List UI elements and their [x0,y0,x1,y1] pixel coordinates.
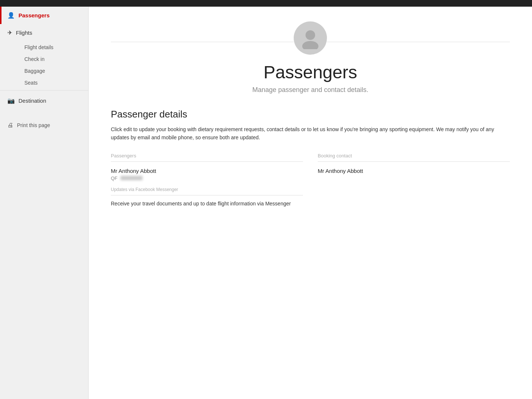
hero-line-left [111,42,294,42]
flights-submenu: Flight details Check in Baggage Seats [0,41,88,89]
svg-point-1 [302,41,318,49]
flight-details-label: Flight details [24,44,54,50]
booking-contact-name: Mr Anthony Abbott [318,168,510,174]
sidebar-item-passengers-label: Passengers [18,12,50,18]
ff-prefix: QF [111,175,117,181]
sidebar-item-baggage[interactable]: Baggage [17,65,88,77]
layout: 👤 Passengers ✈ Flights Flight details Ch… [0,7,532,399]
sidebar-item-check-in[interactable]: Check in [17,53,88,65]
hero-section: Passengers Manage passenger and contact … [111,21,510,94]
flights-icon: ✈ [7,29,12,36]
section-title: Passenger details [111,109,510,120]
svg-point-0 [306,30,315,40]
main-content: Passengers Manage passenger and contact … [89,7,532,399]
booking-contact-label: Booking contact [318,153,510,162]
sidebar-item-flights-label: Flights [16,30,32,36]
avatar [294,21,327,55]
passengers-icon: 👤 [7,12,15,19]
seats-label: Seats [24,80,38,86]
page-title: Passengers [263,62,357,82]
sidebar-divider [0,90,88,91]
passengers-column: Passengers Mr Anthony Abbott QF Updates … [111,153,303,208]
sidebar-item-seats[interactable]: Seats [17,77,88,89]
check-in-label: Check in [24,56,44,62]
booking-contact-column: Booking contact Mr Anthony Abbott [318,153,510,208]
passenger-ff: QF [111,175,303,181]
sidebar-item-flights[interactable]: ✈ Flights [0,24,88,41]
page-subtitle: Manage passenger and contact details. [252,86,368,94]
fb-section-label: Updates via Facebook Messenger [111,187,303,195]
baggage-label: Baggage [24,68,45,74]
sidebar-item-passengers[interactable]: 👤 Passengers [0,7,88,24]
passengers-column-label: Passengers [111,153,303,162]
fb-desc: Receive your travel documents and up to … [111,200,303,208]
hero-line-right [327,42,510,42]
print-page-button[interactable]: 🖨 Print this page [0,117,88,134]
ff-number-blurred [120,176,143,180]
sidebar-item-flight-details[interactable]: Flight details [17,41,88,53]
passenger-name: Mr Anthony Abbott [111,168,303,174]
destination-label: Destination [18,98,46,104]
print-label: Print this page [17,122,50,128]
top-bar [0,0,532,7]
destination-icon: 📷 [7,97,15,104]
avatar-icon [299,27,321,49]
details-columns: Passengers Mr Anthony Abbott QF Updates … [111,153,510,208]
sidebar-item-destination[interactable]: 📷 Destination [0,92,88,109]
section-desc: Click edit to update your booking with d… [111,125,510,142]
print-icon: 🖨 [7,122,13,129]
sidebar: 👤 Passengers ✈ Flights Flight details Ch… [0,7,89,399]
passenger-details-section: Passenger details Click edit to update y… [111,109,510,208]
